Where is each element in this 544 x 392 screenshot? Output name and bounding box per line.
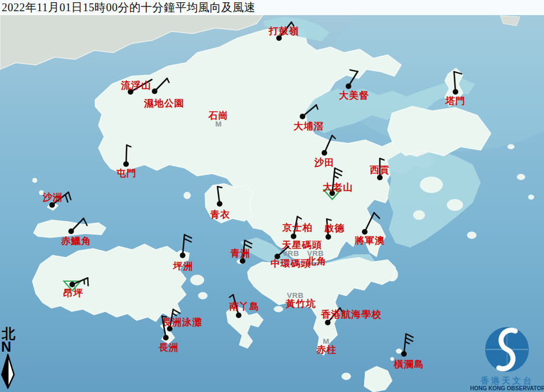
wind-barb-feather <box>88 278 89 286</box>
wind-barb-feather <box>332 136 336 139</box>
station-dot <box>401 351 407 357</box>
station-dot <box>180 253 185 258</box>
station-sai-kung: 西貢 <box>369 158 390 180</box>
wind-barb-feather <box>68 192 71 199</box>
station-label: 石崗 <box>208 110 229 121</box>
station-ta-kwu-ling: 打鼓嶺 <box>268 22 299 41</box>
wind-barb-feather <box>317 105 318 109</box>
station-green-island: 青洲 <box>230 240 252 264</box>
station-dot <box>240 258 245 264</box>
station-dot <box>68 228 74 234</box>
station-stanley: M赤柱 <box>316 337 337 356</box>
station-label: 大老山 <box>323 181 353 193</box>
wind-barb-feather <box>350 70 358 72</box>
wind-barb-feather <box>334 172 342 175</box>
station-label: 屯門 <box>116 167 137 179</box>
station-label: 將軍澳 <box>354 235 385 246</box>
station-tuen-mun: 屯門 <box>116 145 137 179</box>
station-label: 長洲泳灘 <box>162 316 202 328</box>
station-lamma-island: 南丫島 <box>229 295 259 318</box>
wind-barb-feather <box>184 235 192 238</box>
station-waglan-island: 橫瀾島 <box>393 334 424 370</box>
station-dot <box>291 234 296 239</box>
wind-barb-feather <box>335 168 342 171</box>
station-label: 橫瀾島 <box>393 358 424 370</box>
wind-barb-shaft <box>183 235 184 255</box>
station-label: 京士柏 <box>282 222 313 233</box>
north-arrow-icon <box>1 353 17 389</box>
station-ngong-ping: 昂坪 <box>63 278 88 298</box>
station-label: 青洲 <box>230 248 250 259</box>
wind-barb-feather <box>167 78 169 82</box>
station-dot <box>69 282 75 287</box>
wind-barb-feather <box>184 239 192 242</box>
station-dot <box>217 201 222 207</box>
station-dot <box>152 88 157 94</box>
station-dot <box>453 89 458 95</box>
station-label: 沙田 <box>314 157 334 168</box>
station-dot <box>123 161 129 167</box>
hko-logo-english: HONG KONG OBSERVATORY <box>470 385 544 392</box>
station-wong-chuk-hang: VRB黃竹坑 <box>285 291 316 310</box>
wind-barb-feather <box>406 338 413 341</box>
wind-barb-shaft <box>454 72 455 92</box>
wind-barb-feather <box>245 240 252 244</box>
wind-barb-shaft <box>126 145 127 164</box>
station-kai-tak: 啟德 <box>324 219 345 240</box>
station-label: 坪洲 <box>173 260 193 272</box>
station-dot <box>326 234 331 240</box>
station-dot <box>236 312 241 318</box>
station-label: 流浮山 <box>120 80 151 91</box>
station-label: 北角 <box>306 255 327 267</box>
compass: 北 N <box>1 327 24 391</box>
station-lau-fau-shan: 流浮山 <box>120 80 152 95</box>
station-dot <box>377 175 383 180</box>
wind-barb-shaft <box>324 136 332 153</box>
station-label: 塔門 <box>445 95 466 106</box>
station-dot <box>49 202 55 208</box>
station-label: 西貢 <box>369 164 390 175</box>
wind-barb-shaft <box>404 334 406 354</box>
station-tseung-kwan-o: 將軍澳 <box>354 213 385 246</box>
wind-barb-feather <box>454 72 461 74</box>
wind-barb-feather <box>162 316 166 317</box>
station-label: 長洲 <box>159 342 179 353</box>
station-label: 濕地公園 <box>143 97 184 109</box>
title-bar: 2022年11月01日15時00分的十分鐘平均風向及風速 <box>0 0 544 15</box>
station-tai-mei-tuk: 大美督 <box>339 70 369 101</box>
wind-barb-feather <box>297 217 301 219</box>
station-tsing-yi: 青衣 <box>210 186 230 220</box>
wind-stations-overlay: 打鼓嶺流浮山濕地公園M石崗大美督塔門大埔滘沙田屯門西貢沙洲大老山青衣赤鱲角京士柏… <box>0 0 544 392</box>
wind-barb-feather <box>405 342 409 344</box>
station-dot <box>322 150 327 156</box>
station-sha-chau: 沙洲 <box>42 192 71 208</box>
station-label: 啟德 <box>324 222 345 234</box>
station-label: 打鼓嶺 <box>268 25 299 36</box>
compass-north-char: 北 <box>2 327 24 340</box>
station-dot <box>300 114 305 119</box>
station-label: 南丫島 <box>229 301 259 312</box>
station-sha-tin: 沙田 <box>314 136 336 168</box>
hko-logo: 香港天文台 HONG KONG OBSERVATORY <box>470 326 544 392</box>
station-dot <box>346 83 351 89</box>
station-label: 沙洲 <box>42 192 63 203</box>
station-tai-po-kau: 大埔滘 <box>294 105 324 132</box>
compass-north-letter: N <box>1 340 24 353</box>
station-label: 赤柱 <box>316 344 337 355</box>
station-label: 赤鱲角 <box>61 235 91 246</box>
station-dot <box>163 335 169 340</box>
station-dot <box>325 320 331 325</box>
station-shek-kong: M石崗 <box>208 110 229 128</box>
station-peng-chau: 坪洲 <box>173 235 193 272</box>
station-cheung-chau-beach: 長洲泳灘 <box>162 310 202 332</box>
wind-barb-feather <box>173 313 176 315</box>
station-label: 青衣 <box>210 209 230 220</box>
station-tap-mun: 塔門 <box>445 72 466 106</box>
wind-barb-feather <box>230 295 234 297</box>
station-label: 黃竹坑 <box>285 298 316 309</box>
wind-barb-feather <box>406 334 413 337</box>
wind-barb-shaft <box>365 213 374 232</box>
station-kings-park: 京士柏 <box>282 217 313 239</box>
station-label: 香港航海學校 <box>320 309 382 320</box>
hko-logo-icon <box>470 326 544 373</box>
